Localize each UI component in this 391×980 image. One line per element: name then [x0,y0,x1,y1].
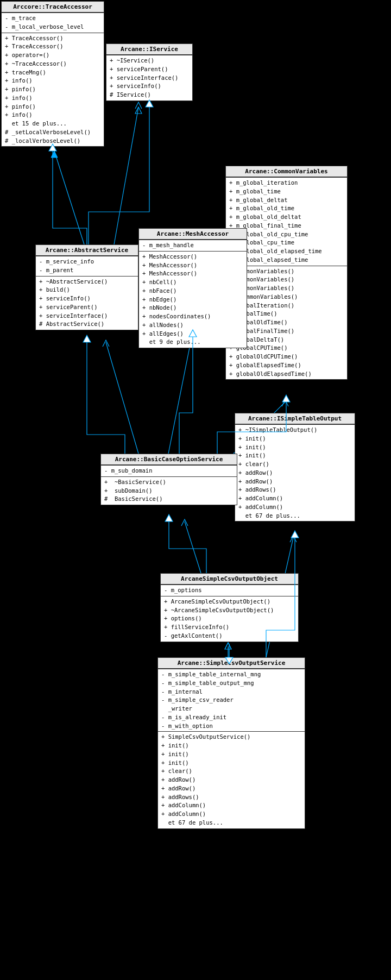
abstract-service-box: Arcane::AbstractService - m_service_info… [35,244,138,330]
svg-line-2 [114,107,138,244]
abstract-service-methods: + ~AbstractService() + build() + service… [36,276,138,330]
mesh-accessor-title: Arcane::MeshAccessor [139,229,247,240]
svg-line-8 [185,522,201,573]
svg-marker-12 [146,100,153,107]
iservice-box: Arcane::IService + ~IService() + service… [106,43,193,101]
arcane-simple-csv-box: ArcaneSimpleCsvOutputObject - m_options … [160,573,299,642]
svg-line-6 [106,342,138,454]
abstract-service-fields: - m_service_info - m_parent [36,256,138,276]
simple-csv-output-service-title: Arcane::SimpleCsvOutputService [158,658,305,669]
svg-marker-3 [135,107,142,114]
basic-case-option-service-box: Arcane::BasicCaseOptionService - m_sub_d… [100,454,237,505]
mesh-accessor-box: Arcane::MeshAccessor - m_mesh_handle + M… [138,228,247,348]
arcane-simple-csv-title: ArcaneSimpleCsvOutputObject [161,574,298,585]
basic-case-option-service-methods: + ~BasicService() + subDomain() # BasicS… [101,476,237,505]
svg-marker-13 [282,395,290,402]
simple-csv-output-service-box: Arcane::SimpleCsvOutputService - m_simpl… [157,657,305,829]
simple-csv-output-service-fields: - m_simple_table_internal_mng - m_simple… [158,669,305,731]
iservice-title: Arcane::IService [106,44,192,55]
simple-csv-output-service-methods: + SimpleCsvOutputService() + init() + in… [158,731,305,828]
svg-marker-16 [291,531,299,538]
isimple-table-output-methods: + ~ISimpleTableOutput() + init() + init(… [235,424,355,521]
isimple-table-output-box: Arcane::ISimpleTableOutput + ~ISimpleTab… [235,413,355,522]
mesh-accessor-methods: + MeshAccessor() + MeshAccessor() + Mesh… [139,251,247,348]
iservice-methods: + ~IService() + serviceParent() + servic… [106,55,192,100]
svg-line-0 [54,151,84,244]
svg-line-5 [168,337,192,454]
basic-case-option-service-title: Arcane::BasicCaseOptionService [101,454,237,465]
basic-case-option-service-fields: - m_sub_domain [101,465,237,476]
svg-marker-15 [83,335,91,342]
svg-marker-1 [51,151,58,158]
trace-accessor-methods: + TraceAccessor() + TraceAccessor() + op… [2,33,104,147]
svg-marker-10 [225,643,231,649]
abstract-service-title: Arcane::AbstractService [36,245,138,256]
mesh-accessor-fields: - m_mesh_handle [139,240,247,251]
arcane-simple-csv-fields: - m_options [161,585,298,596]
isimple-table-output-title: Arcane::ISimpleTableOutput [235,413,355,424]
arcane-simple-csv-methods: + ArcaneSimpleCsvOutputObject() + ~Arcan… [161,596,298,642]
trace-accessor-title: Arccore::TraceAccessor [2,2,104,12]
trace-accessor-box: Arccore::TraceAccessor - m_trace - m_loc… [1,1,104,147]
trace-accessor-fields: - m_trace - m_local_verbose_level [2,12,104,33]
svg-marker-17 [165,514,173,522]
common-variables-title: Arcane::CommonVariables [226,166,347,177]
